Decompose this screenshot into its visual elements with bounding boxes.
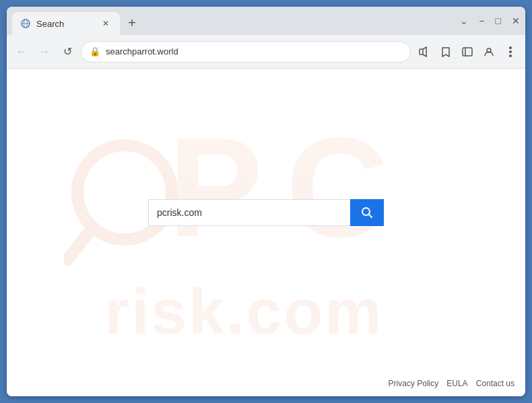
svg-text:C: C bbox=[286, 108, 389, 266]
minimize-button[interactable]: − bbox=[479, 15, 484, 26]
svg-rect-4 bbox=[463, 48, 472, 56]
reload-button[interactable]: ↺ bbox=[58, 42, 77, 61]
close-button[interactable]: ✕ bbox=[512, 15, 520, 26]
menu-button[interactable] bbox=[501, 42, 520, 61]
address-input-wrap[interactable]: 🔒 searchparrot.world bbox=[81, 41, 411, 63]
svg-line-8 bbox=[67, 229, 91, 260]
browser-window: Search ✕ + ⌄ − □ ✕ ← → ↺ 🔒 searchparrot.… bbox=[7, 7, 525, 396]
search-widget bbox=[148, 199, 384, 226]
back-icon: ← bbox=[16, 46, 27, 58]
eula-link[interactable]: EULA bbox=[446, 379, 467, 388]
svg-text:risk.com: risk.com bbox=[104, 276, 384, 347]
tab-bar: Search ✕ + ⌄ − □ ✕ bbox=[7, 7, 525, 35]
tab-title: Search bbox=[36, 19, 94, 29]
tab-favicon bbox=[20, 18, 31, 29]
svg-text:P: P bbox=[168, 108, 263, 266]
forward-icon: → bbox=[39, 46, 50, 58]
chevron-down-icon[interactable]: ⌄ bbox=[460, 15, 468, 26]
svg-line-13 bbox=[369, 214, 372, 217]
address-text: searchparrot.world bbox=[106, 46, 402, 57]
lock-icon: 🔒 bbox=[90, 46, 100, 57]
profile-button[interactable] bbox=[479, 42, 498, 61]
search-button[interactable] bbox=[350, 199, 384, 226]
active-tab[interactable]: Search ✕ bbox=[12, 12, 120, 35]
page-content: P C risk.com Privacy Policy EULA Contact… bbox=[7, 69, 525, 396]
address-bar: ← → ↺ 🔒 searchparrot.world bbox=[7, 35, 525, 69]
tab-close-button[interactable]: ✕ bbox=[100, 17, 112, 30]
watermark: P C risk.com bbox=[7, 69, 525, 396]
svg-rect-3 bbox=[420, 49, 423, 54]
forward-button[interactable]: → bbox=[35, 42, 54, 61]
contact-us-link[interactable]: Contact us bbox=[476, 379, 514, 388]
privacy-policy-link[interactable]: Privacy Policy bbox=[389, 379, 439, 388]
sidebar-button[interactable] bbox=[458, 42, 477, 61]
new-tab-button[interactable]: + bbox=[123, 13, 141, 32]
window-controls: ⌄ − □ ✕ bbox=[460, 15, 520, 26]
search-icon bbox=[361, 207, 373, 219]
back-button[interactable]: ← bbox=[12, 42, 31, 61]
maximize-button[interactable]: □ bbox=[496, 15, 501, 26]
page-footer: Privacy Policy EULA Contact us bbox=[389, 379, 514, 388]
search-input[interactable] bbox=[148, 199, 350, 226]
address-actions bbox=[415, 42, 520, 61]
share-button[interactable] bbox=[415, 42, 434, 61]
reload-icon: ↺ bbox=[63, 45, 72, 58]
bookmark-button[interactable] bbox=[436, 42, 455, 61]
